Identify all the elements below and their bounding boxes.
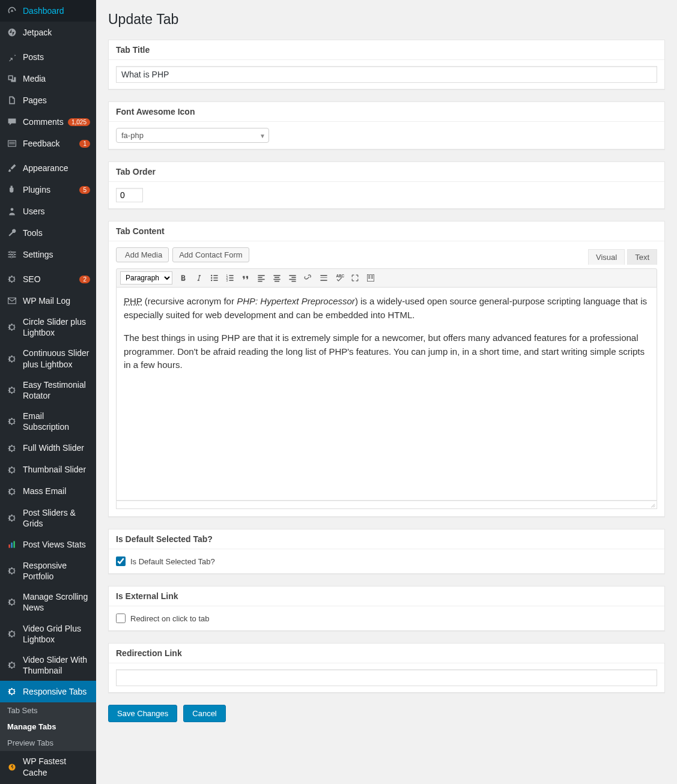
default-tab-checkbox[interactable] [116,556,126,566]
add-media-button[interactable]: Add Media [116,247,169,262]
svg-rect-3 [9,143,15,144]
gear-icon [6,384,18,396]
fullscreen-button[interactable] [348,271,362,285]
svg-rect-46 [371,276,373,277]
sidebar-item-circle-slider-plus-lightbox[interactable]: Circle Slider plus Lightbox [0,312,96,343]
sidebar-item-easy-testimonial-rotator[interactable]: Easy Testimonial Rotator [0,375,96,406]
sidebar-item-post-views-stats[interactable]: Post Views Stats [0,534,96,555]
tab-visual[interactable]: Visual [588,249,625,265]
sidebar-subitem-tab-sets[interactable]: Tab Sets [0,702,96,719]
sidebar-item-label: Full Width Slider [23,442,90,453]
gear-icon [6,321,18,333]
sidebar-item-thumbnail-slider[interactable]: Thumbnail Slider [0,459,96,481]
sidebar-badge: 1,025 [68,118,90,126]
sidebar-item-mass-email[interactable]: Mass Email [0,481,96,502]
redirect-input[interactable] [116,669,657,686]
sidebar-item-appearance[interactable]: Appearance [0,157,96,179]
quote-button[interactable] [238,271,253,285]
resize-handle[interactable] [649,501,655,507]
tab-title-input[interactable] [116,66,657,83]
add-contact-button[interactable]: Add Contact Form [172,247,249,262]
sidebar-item-comments[interactable]: Comments1,025 [0,111,96,133]
sidebar-item-label: Video Slider With Thumbnail [23,654,90,676]
sidebar-badge: 5 [79,186,90,194]
sidebar-item-label: Video Grid Plus Lightbox [23,623,90,645]
svg-rect-39 [291,281,296,282]
order-input[interactable] [116,188,143,202]
sidebar-item-manage-scrolling-news[interactable]: Manage Scrolling News [0,586,96,618]
format-select[interactable]: Paragraph [120,271,172,285]
sidebar-item-settings[interactable]: Settings [0,244,96,265]
mail-icon [6,295,18,307]
sidebar-subitem-preview-tabs[interactable]: Preview Tabs [0,735,96,751]
sidebar-item-plugins[interactable]: Plugins5 [0,179,96,201]
gear-icon [6,512,18,524]
svg-rect-7 [8,254,16,255]
svg-point-8 [13,253,14,255]
sidebar-item-post-sliders-grids[interactable]: Post Sliders & Grids [0,502,96,534]
svg-rect-47 [368,277,370,279]
default-tab-label[interactable]: Is Default Selected Tab? [130,557,215,566]
pin-icon [6,51,18,63]
tab-title-heading: Tab Title [109,40,664,60]
align-center-button[interactable] [270,271,284,285]
cache-icon [6,761,18,773]
tab-text[interactable]: Text [627,249,657,265]
sidebar-item-users[interactable]: Users [0,201,96,222]
content-heading: Tab Content [109,222,664,241]
sidebar-item-pages[interactable]: Pages [0,89,96,111]
sidebar-item-video-slider-with-thumbnail[interactable]: Video Slider With Thumbnail [0,650,96,681]
ol-button[interactable]: 123 [223,271,237,285]
gear-icon [6,565,18,577]
svg-rect-33 [275,277,279,278]
editor-textarea[interactable]: PHP (recursive acronym for PHP: Hypertex… [116,288,657,501]
svg-text:ABC: ABC [336,274,344,278]
toolbar-toggle-button[interactable] [363,271,378,285]
sidebar-item-label: Post Sliders & Grids [23,507,90,529]
user-icon [6,205,18,217]
svg-point-6 [10,251,11,253]
sidebar-item-feedback[interactable]: Feedback1 [0,133,96,154]
sidebar-item-seo[interactable]: SEO2 [0,268,96,290]
sidebar-item-full-width-slider[interactable]: Full Width Slider [0,438,96,459]
sidebar-subitem-manage-tabs[interactable]: Manage Tabs [0,719,96,735]
sidebar-item-responsive-portfolio[interactable]: Responsive Portfolio [0,555,96,586]
icon-select[interactable]: fa-php ▼ [116,128,269,143]
sidebar-item-media[interactable]: Media [0,68,96,89]
sidebar-item-posts[interactable]: Posts [0,46,96,68]
sidebar-item-wp-fastest-cache[interactable]: WP Fastest Cache [0,751,96,782]
bold-button[interactable] [176,271,190,285]
sidebar-item-label: Dashboard [23,5,90,16]
sidebar-item-dashboard[interactable]: Dashboard [0,0,96,22]
save-button[interactable]: Save Changes [108,705,177,722]
italic-button[interactable] [192,271,206,285]
sidebar-item-label: Pages [23,95,90,106]
gear-icon [6,273,18,285]
external-link-label[interactable]: Redirect on click to tab [130,614,210,623]
svg-point-18 [211,277,212,279]
sidebar-item-continuous-slider-plus-lightbox[interactable]: Continuous Slider plus Lightbox [0,343,96,374]
gear-icon [6,628,18,640]
align-right-button[interactable] [285,271,300,285]
external-link-heading: Is External Link [109,586,664,606]
chart-icon [6,538,18,550]
sidebar-item-wp-mail-log[interactable]: WP Mail Log [0,290,96,312]
sidebar-item-label: Comments [23,116,65,127]
readmore-button[interactable] [317,271,331,285]
spellcheck-button[interactable]: ABC [332,271,347,285]
sidebar-item-jetpack[interactable]: Jetpack [0,22,96,43]
align-left-button[interactable] [254,271,269,285]
ul-button[interactable] [207,271,222,285]
svg-point-16 [211,275,212,276]
cancel-button[interactable]: Cancel [183,705,225,722]
editor-toolbar: Paragraph 123 ABC [116,268,657,288]
media-icon [6,73,18,85]
external-link-checkbox[interactable] [116,614,126,623]
link-button[interactable] [301,271,315,285]
sidebar-item-label: Thumbnail Slider [23,464,90,475]
sidebar-item-tools[interactable]: Tools [0,222,96,244]
svg-rect-42 [320,280,327,281]
sidebar-item-responsive-tabs[interactable]: Responsive Tabs [0,681,96,702]
sidebar-item-email-subscription[interactable]: Email Subscription [0,406,96,437]
sidebar-item-video-grid-plus-lightbox[interactable]: Video Grid Plus Lightbox [0,618,96,650]
